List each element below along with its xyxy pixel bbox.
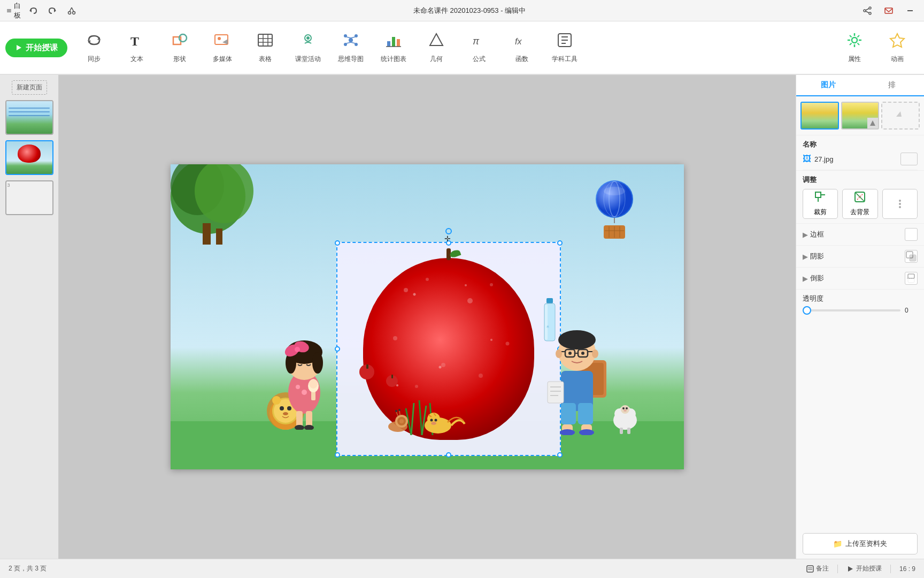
svg-line-59	[858, 35, 860, 37]
text-icon: T	[128, 32, 145, 52]
svg-point-32	[349, 38, 353, 42]
shape-label: 形状	[173, 55, 186, 64]
toolbar-shape[interactable]: 形状	[158, 24, 201, 72]
svg-point-96	[304, 425, 314, 430]
svg-point-70	[604, 187, 625, 195]
toolbar-text[interactable]: T 文本	[116, 24, 158, 72]
add-background-button[interactable]	[881, 102, 920, 130]
shadow-header[interactable]: ▶ 阴影	[803, 250, 918, 263]
crop-button[interactable]: 裁剪	[803, 189, 838, 219]
email-button[interactable]	[881, 3, 896, 18]
share-button[interactable]	[860, 3, 875, 18]
cut-button[interactable]	[64, 3, 79, 18]
svg-marker-45	[430, 34, 443, 45]
toolbar-subject[interactable]: 学科工具	[543, 24, 586, 72]
page-info: 2 页，共 3 页	[9, 564, 47, 573]
transparency-label: 透明度	[803, 294, 918, 303]
toolbar-table[interactable]: 表格	[244, 24, 287, 72]
toolbar-activity[interactable]: 课堂活动	[287, 24, 329, 72]
tab-arrange[interactable]: 排	[860, 75, 925, 95]
redo-button[interactable]	[45, 3, 60, 18]
svg-point-166	[426, 278, 429, 281]
svg-line-57	[850, 35, 852, 37]
aspect-ratio: 16 : 9	[899, 565, 915, 573]
resize-handle-tr[interactable]	[557, 240, 563, 246]
transparency-thumb[interactable]	[803, 306, 811, 315]
more-adjust-button[interactable]	[882, 189, 918, 219]
svg-point-135	[622, 407, 625, 409]
thumb-overlay	[867, 118, 878, 128]
reflection-label: 倒影	[810, 273, 824, 283]
start-class-button[interactable]: 开始授课	[846, 564, 882, 573]
bg-thumb-2[interactable]	[841, 102, 880, 130]
bottom-animals	[384, 405, 481, 435]
svg-rect-25	[258, 34, 272, 46]
border-header[interactable]: ▶ 边框	[803, 228, 918, 241]
toolbar-props[interactable]: 属性	[833, 24, 876, 72]
svg-point-11	[864, 10, 866, 12]
adjust-label: 调整	[803, 175, 918, 185]
reflection-value[interactable]	[905, 272, 918, 285]
app-label: 白板	[14, 1, 21, 20]
toolbar-animate[interactable]: 动画	[876, 24, 919, 72]
toolbar-sync[interactable]: 同步	[73, 24, 116, 72]
toolbar-geometry[interactable]: 几何	[415, 24, 458, 72]
svg-point-170	[506, 342, 510, 346]
crop-label: 裁剪	[814, 208, 827, 217]
slide-thumb-1[interactable]: 1	[5, 100, 53, 135]
slide-thumb-3[interactable]: 3	[5, 180, 53, 215]
balloon-rope	[614, 218, 615, 223]
tab-image[interactable]: 图片	[796, 75, 860, 96]
resize-handle-tl[interactable]	[335, 240, 340, 246]
toolbar-mindmap[interactable]: 思维导图	[329, 24, 372, 72]
undo-button[interactable]	[26, 3, 41, 18]
animate-icon	[889, 32, 906, 52]
reflection-section: ▶ 倒影	[796, 267, 924, 289]
deco-trees-left	[171, 164, 272, 271]
svg-point-6	[73, 11, 75, 14]
rotation-handle[interactable]	[445, 228, 452, 234]
toolbar-media[interactable]: 多媒体	[201, 24, 244, 72]
toolbar-function[interactable]: fx 函数	[500, 24, 543, 72]
toolbar-formula[interactable]: π 公式	[458, 24, 500, 72]
whiteboard-menu-button[interactable]: 白板	[6, 3, 21, 18]
svg-rect-121	[548, 382, 564, 403]
svg-rect-176	[815, 192, 821, 197]
resize-handle-bl[interactable]	[335, 452, 340, 458]
toolbar-chart[interactable]: 统计图表	[372, 24, 415, 72]
svg-point-146	[395, 410, 397, 412]
shadow-value[interactable]	[905, 250, 918, 263]
svg-point-182	[899, 206, 901, 208]
new-page-button[interactable]: 新建页面	[12, 80, 47, 95]
sidebar: 新建页面 1 2 3	[0, 75, 59, 559]
border-value[interactable]	[905, 228, 918, 241]
props-icon	[846, 32, 863, 52]
svg-point-181	[899, 203, 901, 205]
canvas-area[interactable]: 水	[59, 75, 796, 559]
titlebar: 白板 未命名课件 20201023-0953 - 编辑中	[0, 0, 924, 21]
upload-button[interactable]: 📁 上传至资料夹	[803, 533, 918, 554]
file-name-edit-button[interactable]	[900, 153, 918, 165]
remove-bg-button[interactable]: 去背景	[842, 189, 877, 219]
reflection-header[interactable]: ▶ 倒影	[803, 272, 918, 285]
svg-point-86	[312, 352, 323, 374]
slide-thumb-2[interactable]: 2	[5, 140, 53, 175]
svg-marker-16	[17, 45, 21, 50]
resize-handle-br[interactable]	[557, 452, 563, 458]
svg-line-60	[850, 43, 852, 45]
text-label: 文本	[130, 55, 143, 64]
minimize-button[interactable]	[903, 3, 918, 18]
start-teaching-button[interactable]: 开始授课	[5, 39, 67, 57]
svg-point-52	[852, 37, 857, 43]
remove-bg-icon	[854, 191, 866, 206]
resize-handle-bc[interactable]	[446, 452, 451, 458]
svg-rect-0	[7, 9, 11, 10]
svg-point-155	[431, 422, 436, 425]
bg-thumb-1[interactable]	[800, 102, 839, 130]
svg-point-23	[218, 37, 221, 40]
notes-button[interactable]: 备注	[806, 564, 829, 573]
resize-handle-ml[interactable]	[335, 346, 340, 352]
transparency-slider[interactable]	[803, 309, 900, 311]
function-icon: fx	[513, 32, 530, 52]
move-cursor: ✛	[444, 234, 451, 243]
